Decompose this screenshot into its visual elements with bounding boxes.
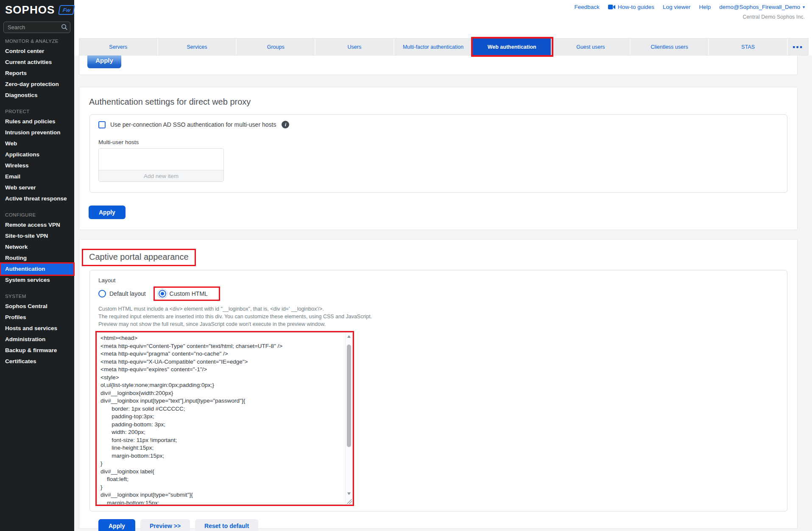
apply-button-top[interactable]: Apply <box>87 56 121 68</box>
sidebar-item-control-center[interactable]: Control center <box>0 46 74 57</box>
video-camera-icon <box>608 4 615 10</box>
header-links: Feedback How-to guides Log viewer Help d… <box>575 4 805 10</box>
log-viewer-link[interactable]: Log viewer <box>663 4 690 10</box>
sophos-firewall-admin: SOPHOS Fw MONITOR & ANALYZE Control cent… <box>0 0 812 531</box>
tab-clientless-users[interactable]: Clientless users <box>631 39 709 55</box>
chevron-down-icon: ▾ <box>803 5 805 9</box>
resize-grip-icon[interactable] <box>347 499 352 504</box>
tab-servers[interactable]: Servers <box>79 39 158 55</box>
editor-scrollbar[interactable] <box>345 333 352 504</box>
scroll-down-arrow-icon[interactable] <box>347 492 351 495</box>
tab-users[interactable]: Users <box>315 39 394 55</box>
brand: SOPHOS Fw <box>0 0 74 17</box>
multi-user-hosts-input[interactable] <box>99 149 223 170</box>
sidebar-item-profiles[interactable]: Profiles <box>0 312 74 323</box>
sidebar-item-intrusion-prevention[interactable]: Intrusion prevention <box>0 127 74 138</box>
tab-stas[interactable]: STAS <box>709 39 788 55</box>
sidebar-item-active-threat-response[interactable]: Active threat response <box>0 193 74 204</box>
custom-html-help-text: Custom HTML must include a <div> element… <box>98 305 779 328</box>
help-link[interactable]: Help <box>699 4 711 10</box>
help-line-2: The required input elements are inserted… <box>98 313 779 320</box>
radio-custom-html[interactable] <box>159 290 166 297</box>
sidebar-item-web[interactable]: Web <box>0 138 74 149</box>
firewall-badge: Fw <box>58 5 75 15</box>
reset-to-default-button[interactable]: Reset to default <box>195 519 258 531</box>
radio-default-layout-label: Default layout <box>109 290 146 297</box>
tab-web-authentication[interactable]: Web authentication <box>473 39 552 55</box>
ad-sso-checkbox-label: Use per-connection AD SSO authentication… <box>110 121 276 128</box>
multi-user-hosts-label: Multi-user hosts <box>98 139 779 145</box>
radio-custom-html-label: Custom HTML <box>170 290 208 297</box>
sidebar-item-diagnostics[interactable]: Diagnostics <box>0 90 74 101</box>
ad-sso-checkbox-row: Use per-connection AD SSO authentication… <box>98 121 779 128</box>
sidebar-item-backup-firmware[interactable]: Backup & firmware <box>0 345 74 356</box>
tab-services[interactable]: Services <box>158 39 237 55</box>
company-name: Central Demo Sophos Inc. <box>742 14 805 20</box>
sidebar-item-administration[interactable]: Administration <box>0 334 74 345</box>
search-icon[interactable] <box>61 24 68 31</box>
annotation-captive-portal-title: Captive portal appearance <box>82 249 196 266</box>
captive-portal-actions: Apply Preview >> Reset to default <box>98 519 779 531</box>
tab-bar: Servers Services Groups Users Multi-fact… <box>79 38 809 56</box>
tab-multi-factor-authentication[interactable]: Multi-factor authentication <box>394 39 473 55</box>
sidebar-item-hosts-and-services[interactable]: Hosts and services <box>0 323 74 334</box>
apply-button-proxy[interactable]: Apply <box>89 206 126 219</box>
section-title-direct-web-proxy: Authentication settings for direct web p… <box>89 97 797 107</box>
sidebar-item-rules-and-policies[interactable]: Rules and policies <box>0 116 74 127</box>
section-system: SYSTEM <box>0 292 74 301</box>
sidebar-item-current-activities[interactable]: Current activities <box>0 57 74 68</box>
sidebar-item-remote-access-vpn[interactable]: Remote access VPN <box>0 220 74 231</box>
custom-html-textarea[interactable]: <html><head> <meta http-equiv="Content-T… <box>97 333 346 504</box>
apply-button-captive[interactable]: Apply <box>98 519 135 531</box>
custom-html-editor: <html><head> <meta http-equiv="Content-T… <box>97 332 353 505</box>
sidebar-item-site-to-site-vpn[interactable]: Site-to-site VPN <box>0 231 74 242</box>
help-line-3: Preview may not show the full result, si… <box>98 320 779 328</box>
sophos-logo: SOPHOS <box>5 3 55 17</box>
layout-label: Layout <box>98 277 779 284</box>
ad-sso-checkbox[interactable] <box>98 121 106 128</box>
sidebar-item-wireless[interactable]: Wireless <box>0 160 74 171</box>
sidebar-item-certificates[interactable]: Certificates <box>0 356 74 367</box>
account-menu[interactable]: demo@Sophos_Firewall_Demo ▾ <box>719 4 805 10</box>
sidebar-item-network[interactable]: Network <box>0 242 74 253</box>
tab-overflow-ellipsis[interactable]: ■■■ <box>788 39 808 55</box>
section-monitor-analyze: MONITOR & ANALYZE <box>0 36 74 46</box>
scrollbar-thumb[interactable] <box>347 345 351 447</box>
sidebar-item-email[interactable]: Email <box>0 171 74 182</box>
add-new-item-button[interactable]: Add new item <box>99 170 223 181</box>
layout-radio-group: Default layout Custom HTML <box>98 286 779 301</box>
tab-groups[interactable]: Groups <box>237 39 315 55</box>
captive-portal-panel: Layout Default layout Custom HTML Custom… <box>89 270 787 512</box>
section-protect: PROTECT <box>0 107 74 116</box>
annotation-custom-html-radio: Custom HTML <box>153 286 220 301</box>
direct-web-proxy-card: Authentication settings for direct web p… <box>79 87 798 230</box>
sidebar-nav: MONITOR & ANALYZE Control center Current… <box>0 31 74 367</box>
help-line-1: Custom HTML must include a <div> element… <box>98 305 779 313</box>
sidebar: SOPHOS Fw MONITOR & ANALYZE Control cent… <box>0 0 74 531</box>
scroll-up-arrow-icon[interactable] <box>347 335 351 338</box>
sidebar-item-authentication[interactable]: Authentication <box>1 264 73 275</box>
sidebar-item-web-server[interactable]: Web server <box>0 182 74 193</box>
info-icon[interactable]: i <box>282 121 289 128</box>
section-title-captive-portal: Captive portal appearance <box>89 252 189 262</box>
top-apply-card: Apply <box>79 56 798 75</box>
howto-guides-link[interactable]: How-to guides <box>608 4 654 10</box>
feedback-link[interactable]: Feedback <box>575 4 600 10</box>
sidebar-item-applications[interactable]: Applications <box>0 149 74 160</box>
captive-portal-card: Captive portal appearance Layout Default… <box>79 239 798 529</box>
annotation-custom-html-editor: <html><head> <meta http-equiv="Content-T… <box>95 331 354 506</box>
sidebar-item-system-services[interactable]: System services <box>0 275 74 286</box>
preview-button[interactable]: Preview >> <box>140 519 190 531</box>
tab-guest-users[interactable]: Guest users <box>552 39 631 55</box>
radio-default-layout[interactable] <box>98 290 106 297</box>
sidebar-item-zero-day-protection[interactable]: Zero-day protection <box>0 79 74 90</box>
multi-user-hosts-listbox: Add new item <box>98 148 224 182</box>
sidebar-item-reports[interactable]: Reports <box>0 68 74 79</box>
sidebar-item-sophos-central[interactable]: Sophos Central <box>0 301 74 312</box>
section-configure: CONFIGURE <box>0 210 74 220</box>
direct-web-proxy-panel: Use per-connection AD SSO authentication… <box>89 114 787 193</box>
sidebar-item-routing[interactable]: Routing <box>0 253 74 264</box>
